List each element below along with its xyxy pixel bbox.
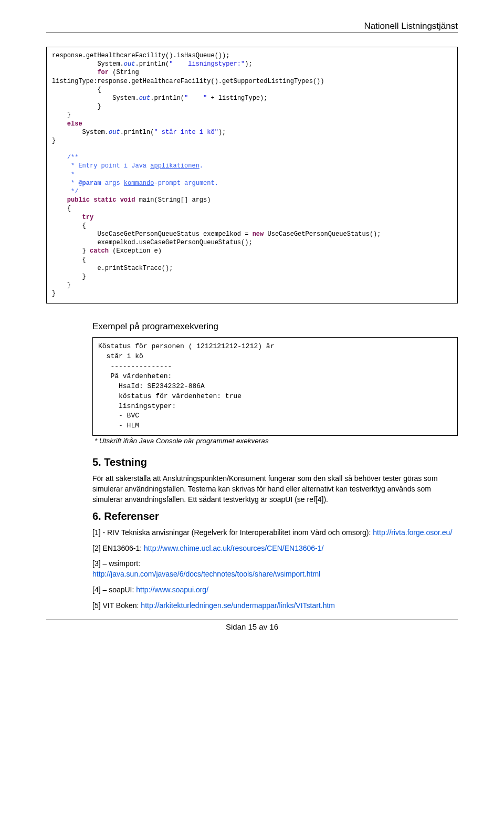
code-line [52,196,67,204]
code-string: " lisningstyper:" [169,60,245,68]
code-line [52,214,82,221]
reference-text: [2] EN13606-1: [92,544,144,552]
testing-paragraph: För att säkerställa att Anslutningspunkt… [92,474,458,505]
reference-item: [4] – soapUI: http://www.soapui.org/ [92,585,458,595]
code-line: } [52,290,56,297]
code-doc-tag: @param [78,180,101,187]
example-heading: Exempel på programexekvering [92,321,458,332]
code-out: out [124,60,135,68]
footer-rule [46,620,458,620]
reference-item: [2] EN13606-1: http://www.chime.ucl.ac.u… [92,543,458,554]
code-line: response.getHealthcareFacility().isHasQu… [52,52,229,59]
testing-heading: 5. Testning [92,456,458,468]
code-line: + listingType); [207,95,267,102]
code-doc: prompt argument. [158,180,218,187]
code-line: } [52,281,71,289]
code-doc-under: kommando [124,180,154,187]
code-line: } [52,103,101,110]
code-string: " står inte i kö" [154,129,218,136]
code-line: .println( [150,95,184,102]
code-kw: public static void [67,196,135,204]
code-line: { [52,256,86,264]
content-block: Exempel på programexekvering Köstatus fö… [92,321,458,611]
code-line: { [52,86,101,93]
code-kw: new [253,231,264,238]
code-kw: for [97,69,109,76]
code-doc: . [200,162,203,170]
code-line: } [52,273,86,280]
code-doc: args [101,180,124,187]
code-line: System. [52,95,139,102]
output-caption: * Utskrift ifrån Java Console när progra… [94,437,458,445]
code-kw: catch [90,247,109,255]
reference-text: [1] - RIV Tekniska anvisningar (Regelver… [92,528,373,537]
code-line [52,120,67,128]
code-line: main(String[] args) [135,196,211,204]
code-line: .println( [135,60,169,68]
code-line: } [52,111,71,119]
code-block: response.getHealthcareFacility().isHasQu… [46,47,458,304]
footer-page-number: Sidan 15 av 16 [46,622,458,631]
code-line: listingType:response.getHealthcareFacili… [52,78,324,85]
code-line: { [52,205,71,212]
code-doc: * [52,180,78,187]
code-line: exempelkod.useCaseGetPersonQueueStatus()… [52,239,253,246]
header-title: Nationell Listningstjänst [46,21,458,32]
reference-link[interactable]: http://arkitekturledningen.se/undermappa… [141,601,335,610]
code-doc: * Entry point i Java [52,162,150,170]
reference-item: [5] VIT Boken: http://arkitekturledninge… [92,601,458,611]
page: Nationell Listningstjänst response.getHe… [0,0,504,646]
code-kw: try [82,214,94,221]
code-doc-under: applikationen [150,162,200,170]
code-line: } [52,247,90,255]
references-heading: 6. Referenser [92,510,458,522]
code-line: System. [52,129,109,136]
header-rule [46,33,458,33]
code-doc: * [52,171,75,179]
code-line: (String [109,69,139,76]
code-line [52,154,67,161]
code-line: ); [218,129,226,136]
reference-text: [4] – soapUI: [92,585,136,594]
reference-item: [1] - RIV Tekniska anvisningar (Regelver… [92,528,458,538]
code-line: } [52,137,56,144]
code-line: UseCaseGetPersonQueueStatus exempelkod = [52,231,253,238]
reference-text: [5] VIT Boken: [92,601,141,610]
reference-link[interactable]: http://www.soapui.org/ [136,585,208,594]
reference-link[interactable]: http://www.chime.ucl.ac.uk/resources/CEN… [144,544,323,552]
code-out: out [109,129,120,136]
reference-text: [3] – wsimport: [92,559,140,568]
code-line: System. [52,60,124,68]
code-line: ); [245,60,252,68]
code-out: out [139,95,151,102]
code-line: UseCaseGetPersonQueueStatus(); [264,231,381,238]
code-doc: */ [52,188,78,195]
reference-link[interactable]: http://java.sun.com/javase/6/docs/techno… [92,570,320,578]
code-line [52,69,97,76]
output-box: Köstatus för personen ( 1212121212-1212)… [92,337,458,436]
code-string: " " [184,95,207,102]
code-line: .println( [120,129,154,136]
code-line: e.printStackTrace(); [52,265,173,272]
code-doc: /** [67,154,79,161]
code-doc: - [154,180,158,187]
code-kw: else [67,120,82,128]
reference-item: [3] – wsimport: http://java.sun.com/java… [92,559,458,580]
reference-link[interactable]: http://rivta.forge.osor.eu/ [373,528,452,537]
code-line: (Exception e) [109,247,162,255]
code-line: { [52,222,86,229]
